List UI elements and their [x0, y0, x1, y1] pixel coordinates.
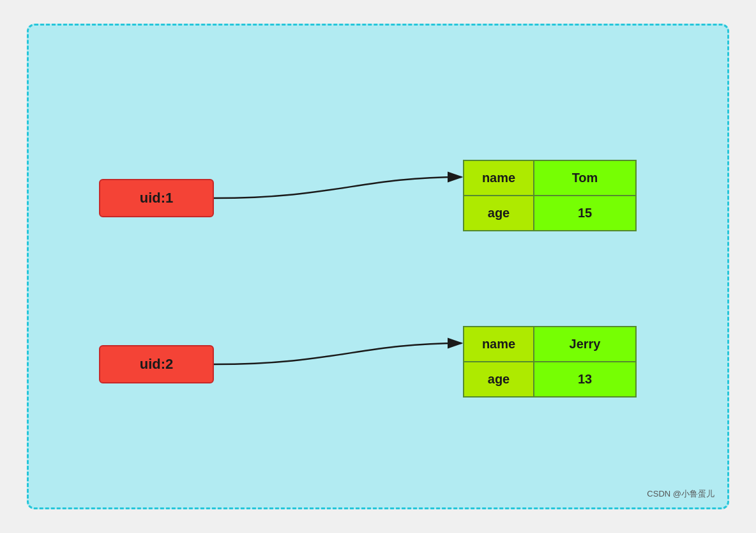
uid1-label: uid:1	[140, 190, 174, 206]
uid2-label: uid:2	[140, 356, 174, 373]
obj1-name-key: name	[464, 160, 534, 196]
obj2-name-key: name	[464, 327, 534, 362]
object1-table: name Tom age 15	[463, 160, 637, 231]
arrow-uid2	[214, 343, 462, 364]
table-row: name Jerry	[464, 327, 636, 362]
table-row: name Tom	[464, 160, 636, 196]
watermark: CSDN @小鲁蛋儿	[647, 488, 714, 500]
obj1-age-key: age	[464, 196, 534, 231]
table-row: age 15	[464, 196, 636, 231]
obj1-name-value: Tom	[534, 160, 636, 196]
arrows-svg	[29, 26, 727, 507]
uid2-box: uid:2	[99, 345, 214, 383]
table-row: age 13	[464, 362, 636, 397]
obj1-age-value: 15	[534, 196, 636, 231]
obj2-age-key: age	[464, 362, 534, 397]
uid1-box: uid:1	[99, 179, 214, 217]
arrow-uid1	[214, 177, 462, 198]
object2-table: name Jerry age 13	[463, 326, 637, 398]
obj2-age-value: 13	[534, 362, 636, 397]
obj2-name-value: Jerry	[534, 327, 636, 362]
diagram-container: uid:1 uid:2 name Tom age 15 name	[27, 24, 729, 509]
